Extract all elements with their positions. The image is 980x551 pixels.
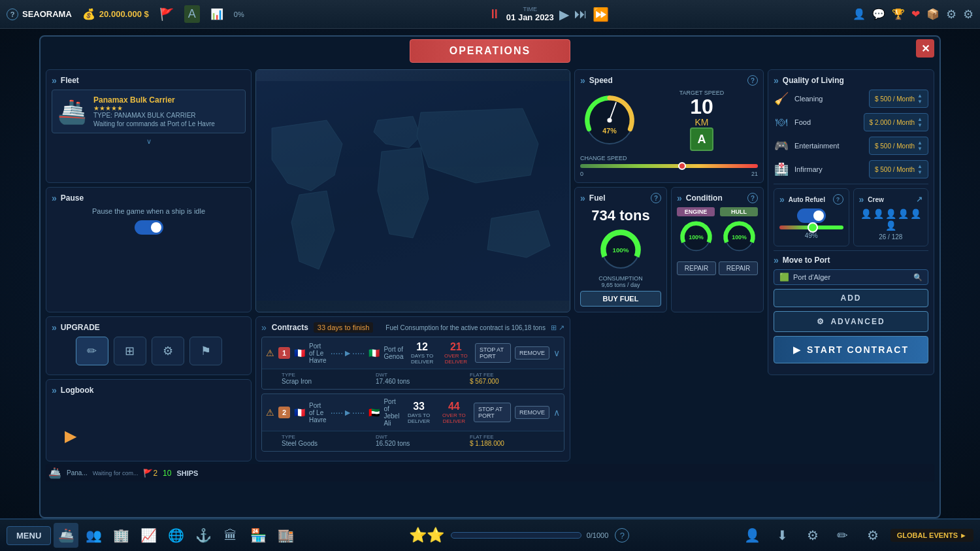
taskbar-globe-icon[interactable]: 🌐: [163, 523, 188, 548]
contracts-title: Contracts: [272, 323, 308, 332]
auto-refuel-help[interactable]: ?: [833, 194, 843, 205]
fuel-gauge-svg: 100%: [598, 227, 644, 273]
crew-icon-4: 👤: [898, 209, 909, 219]
repair-hull-button[interactable]: REPAIR: [719, 261, 758, 275]
nav-icon-2[interactable]: A: [184, 5, 200, 23]
advanced-button[interactable]: ⚙ ADVANCED: [774, 311, 928, 332]
cleaning-value-button[interactable]: $ 500 / Month ▲▼: [869, 90, 928, 108]
fff-icon[interactable]: ⏩: [593, 7, 609, 22]
upgrade-btn-flag[interactable]: ⚑: [189, 337, 222, 365]
taskbar-crew-icon[interactable]: 👥: [81, 523, 106, 548]
pause-panel: » Pause Pause the game when a ship is id…: [46, 187, 252, 312]
infirmary-label: Infirmary: [794, 165, 864, 173]
contract1-to-port: Port of Genoa: [384, 346, 403, 360]
logbook-panel: » Logbook ▶: [46, 379, 252, 461]
icon-r4[interactable]: ❤: [911, 8, 920, 20]
play-icon[interactable]: ▶: [559, 7, 569, 22]
app-title: SEAORAMA: [22, 9, 72, 19]
pause-toggle[interactable]: [135, 220, 163, 235]
speed-value: 10: [645, 96, 758, 117]
taskbar-anchor-icon[interactable]: 🏪: [246, 523, 270, 548]
entertainment-value-button[interactable]: $ 500 / Month ▲▼: [869, 137, 928, 155]
crew-icon-2: 👤: [873, 209, 884, 219]
menu-button[interactable]: MENU: [7, 526, 51, 545]
icon-r3[interactable]: 🏆: [892, 8, 905, 20]
logbook-content: ▶: [52, 399, 246, 452]
nav-icon-3[interactable]: 📊: [210, 8, 223, 20]
route-dots-1: ·····►·····: [331, 348, 365, 358]
contract2-stop-button[interactable]: STOP AT PORT: [474, 403, 511, 422]
taskbar-r4-icon[interactable]: ✏: [830, 523, 855, 548]
taskbar-r3-icon[interactable]: ⚙: [800, 523, 825, 548]
repair-buttons: REPAIR REPAIR: [677, 259, 758, 275]
ship-name: Panamax Bulk Carrier: [93, 95, 240, 105]
contracts-expand-button[interactable]: ⊞ ↗: [551, 324, 564, 332]
auto-refuel-toggle[interactable]: [797, 209, 826, 223]
taskbar-ship2-icon[interactable]: ⚓: [191, 523, 216, 548]
icon-r2[interactable]: 💬: [872, 8, 885, 20]
fuel-help-button[interactable]: ?: [651, 193, 661, 203]
speed-info: TARGET SPEED 10 KM A: [645, 90, 758, 151]
contract2-fee: FLAT FEE $ 1.188.000: [470, 434, 559, 447]
settings-icon[interactable]: ⚙: [946, 7, 956, 22]
ship-status: Waiting for commands at Port of Le Havre: [93, 120, 240, 127]
nav-icon-1[interactable]: 🚩: [159, 7, 174, 22]
contract1-expand-arrow[interactable]: ∨: [553, 348, 560, 358]
fleet-expand-button[interactable]: ∨: [52, 137, 246, 146]
crew-external-link[interactable]: ↗: [916, 195, 923, 204]
speed-help-button[interactable]: ?: [747, 75, 758, 86]
pause-icon[interactable]: ⏸: [488, 7, 501, 22]
taskbar-ship-icon[interactable]: 🚢: [54, 523, 78, 548]
taskbar-building-icon[interactable]: 🏢: [108, 523, 133, 548]
upgrade-btn-pencil[interactable]: ✏: [76, 337, 108, 365]
ship-card[interactable]: 🚢 Panamax Bulk Carrier ★★★★★ TYPE: PANAM…: [52, 90, 246, 133]
taskbar-port-icon[interactable]: 🏬: [273, 523, 298, 548]
condition-icon: »: [677, 193, 682, 203]
taskbar-chart-icon[interactable]: 📈: [136, 523, 161, 548]
food-label: Food: [794, 118, 858, 126]
taskbar-center: ⭐⭐ 0/1000 ?: [301, 527, 737, 544]
speedometer-gauge: 47%: [580, 91, 639, 150]
pause-toggle-container: [52, 220, 246, 235]
infirmary-value-button[interactable]: $ 500 / Month ▲▼: [869, 160, 928, 178]
contract1-type: TYPE Scrap Iron: [282, 372, 370, 385]
contract1-remove-button[interactable]: REMOVE: [515, 346, 549, 359]
speed-slider[interactable]: [580, 164, 758, 168]
upgrade-btn-grid[interactable]: ⊞: [114, 337, 146, 365]
gear-icon[interactable]: ⚙: [963, 7, 973, 22]
help-circle-icon[interactable]: ?: [615, 528, 629, 543]
repair-engine-button[interactable]: REPAIR: [677, 261, 716, 275]
contract2-expand-arrow[interactable]: ∧: [553, 407, 560, 418]
svg-text:47%: 47%: [602, 127, 617, 135]
taskbar-r2-icon[interactable]: ⬇: [770, 523, 795, 548]
help-icon[interactable]: ?: [7, 8, 18, 20]
auto-refuel-slider[interactable]: [779, 225, 843, 229]
advanced-gear-icon: ⚙: [817, 317, 825, 326]
crew-icon-6: 👤: [885, 220, 896, 231]
crew-icons: 👤 👤 👤 👤 👤 👤: [859, 209, 923, 231]
port-search-bar[interactable]: 🟩 Port d'Alger 🔍: [774, 269, 928, 285]
contract1-stop-button[interactable]: STOP AT PORT: [475, 343, 511, 363]
start-contract-button[interactable]: ▶ START CONTRACT: [774, 336, 928, 363]
icon-r5[interactable]: 📦: [926, 8, 939, 20]
close-button[interactable]: ✕: [916, 39, 934, 58]
port-search-text: Port d'Alger: [793, 273, 909, 281]
contract2-remove-button[interactable]: REMOVE: [515, 406, 549, 419]
ff-icon[interactable]: ⏭: [574, 7, 587, 22]
xp-text: 0/1000: [587, 531, 609, 539]
upgrade-btn-gear[interactable]: ⚙: [152, 337, 184, 365]
add-button[interactable]: ADD: [774, 289, 928, 307]
buy-fuel-button[interactable]: BUY FUEL: [580, 291, 661, 307]
taskbar-r1-icon[interactable]: 👤: [740, 523, 765, 548]
taskbar-buildings-icon[interactable]: 🏛: [218, 523, 243, 548]
global-events-button[interactable]: GLOBAL EVENTS ►: [890, 529, 973, 542]
contract2-dwt-label: DWT: [376, 434, 465, 440]
entertainment-icon: 🎮: [774, 139, 789, 153]
search-icon[interactable]: 🔍: [913, 273, 923, 282]
route-dots-2: ·····►·····: [331, 407, 365, 418]
start-arrow-icon: ▶: [793, 344, 802, 355]
condition-help-button[interactable]: ?: [747, 193, 758, 203]
icon-r1[interactable]: 👤: [853, 8, 866, 20]
taskbar-r5-icon[interactable]: ⚙: [860, 523, 885, 548]
food-value-button[interactable]: $ 2.000 / Month ▲▼: [864, 113, 928, 131]
